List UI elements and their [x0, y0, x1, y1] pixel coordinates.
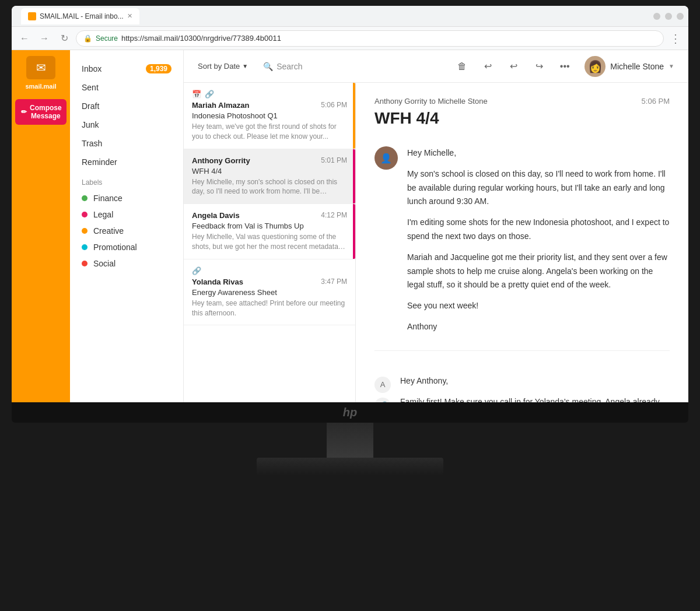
email-subject: Energy Awareness Sheet: [192, 288, 347, 297]
delete-button[interactable]: 🗑: [452, 56, 473, 77]
trash-label: Trash: [82, 139, 102, 148]
sent-label: Sent: [82, 83, 99, 92]
more-button[interactable]: •••: [554, 56, 575, 77]
email-item[interactable]: 🔗 Yolanda Rivas 3:47 PM Energy Awareness…: [184, 259, 355, 326]
toolbar-actions: 🗑 ↩ ↩ ↪ •••: [452, 54, 679, 79]
email-preview: Hey team, see attached! Print before our…: [192, 299, 347, 318]
reply-all-button[interactable]: ↩: [503, 56, 524, 77]
user-profile[interactable]: 👩 Michelle Stone ▼: [580, 54, 679, 79]
nav-item-junk[interactable]: Junk: [70, 115, 183, 134]
browser-toolbar: ← → ↻ 🔒 Secure https://smail.mail/10300/…: [12, 27, 688, 50]
user-avatar: 👩: [584, 56, 606, 77]
reminder-label: Reminder: [82, 157, 117, 167]
email-subject: Feedback from Val is Thumbs Up: [192, 222, 347, 230]
finance-dot: [82, 195, 88, 201]
nav-item-inbox[interactable]: Inbox 1,939: [70, 59, 183, 78]
body-para-3: Mariah and Jacqueline got me their prior…: [407, 251, 670, 292]
compose-icon: ✏: [21, 108, 27, 116]
search-area[interactable]: 🔍 Search: [258, 58, 307, 75]
email-item[interactable]: Anthony Gorrity 5:01 PM WFH 4/4 Hey Mich…: [184, 149, 355, 205]
email-preview: Hey Michelle, Val was questioning some o…: [192, 232, 347, 252]
email-header: Anthony Gorrity 5:01 PM: [192, 156, 347, 165]
email-time: 3:47 PM: [321, 278, 347, 286]
user-dropdown-icon: ▼: [668, 63, 674, 69]
compose-button[interactable]: ✏ Compose Message: [15, 99, 66, 125]
reply-user-icon: A: [374, 377, 391, 393]
email-item[interactable]: 📅 🔗 Mariah Almazan 5:06 PM Indonesia Pho…: [184, 83, 355, 149]
email-time: 5:06 PM: [321, 101, 347, 109]
brand-name: smail.mail: [25, 83, 56, 90]
minimize-button[interactable]: [653, 13, 660, 20]
email-detail-header: Anthony Gorrity to Michelle Stone 5:06 P…: [374, 97, 670, 106]
email-detail-from: Anthony Gorrity to Michelle Stone: [374, 97, 488, 106]
email-header: Yolanda Rivas 3:47 PM: [192, 278, 347, 286]
monitor-stand-neck: [327, 423, 373, 458]
browser-titlebar: SMAIL.MAIL - Email inbo... ✕: [12, 6, 688, 27]
tab-close-button[interactable]: ✕: [127, 12, 132, 20]
sort-button[interactable]: Sort by Date ▼: [193, 58, 253, 74]
reply-body: Hey Anthony, Family first! Make sure you…: [400, 374, 670, 402]
email-item[interactable]: Angela Davis 4:12 PM Feedback from Val i…: [184, 204, 355, 259]
email-detail-time: 5:06 PM: [642, 97, 670, 106]
window-controls: [653, 13, 684, 20]
browser-menu-button[interactable]: ⋮: [667, 30, 684, 47]
envelope-icon: ✉: [36, 61, 46, 75]
body-para-2: I'm editing some shots for the new Indon…: [407, 216, 670, 244]
draft-label: Draft: [82, 101, 99, 111]
label-finance[interactable]: Finance: [70, 190, 183, 206]
social-label: Social: [93, 259, 116, 268]
labels-section-title: Labels: [70, 171, 183, 190]
address-bar[interactable]: 🔒 Secure https://smail.mail/10300/nrgdri…: [76, 30, 664, 47]
refresh-button[interactable]: ↻: [56, 30, 72, 47]
email-preview: Hey Michelle, my son's school is closed …: [192, 177, 347, 197]
forward-button[interactable]: ↪: [528, 56, 550, 77]
user-name: Michelle Stone: [610, 62, 664, 71]
back-button[interactable]: ←: [16, 30, 33, 47]
junk-label: Junk: [82, 120, 99, 129]
nav-item-trash[interactable]: Trash: [70, 134, 183, 153]
nav-item-draft[interactable]: Draft: [70, 97, 183, 115]
email-sender: Yolanda Rivas: [192, 278, 243, 286]
email-time: 4:12 PM: [321, 211, 347, 219]
browser-tab[interactable]: SMAIL.MAIL - Email inbo... ✕: [21, 8, 139, 24]
sender-avatar-icon: 👤: [380, 153, 392, 164]
tab-favicon: [28, 12, 36, 20]
label-legal[interactable]: Legal: [70, 206, 183, 223]
app-toolbar: Sort by Date ▼ 🔍 Search 🗑 ↩: [184, 50, 688, 83]
email-priority-strip: [353, 83, 355, 149]
label-creative[interactable]: Creative: [70, 223, 183, 239]
sender-avatar: 👤: [374, 146, 398, 170]
calendar-icon: 📅: [192, 90, 201, 99]
tab-title: SMAIL.MAIL - Email inbo...: [40, 12, 124, 20]
finance-label: Finance: [93, 194, 123, 203]
sort-label: Sort by Date: [198, 62, 240, 71]
email-subject: Indonesia Photoshoot Q1: [192, 111, 347, 120]
label-promotional[interactable]: Promotional: [70, 239, 183, 255]
nav-item-reminder[interactable]: Reminder: [70, 153, 183, 171]
email-preview: Hey team, we've got the first round of s…: [192, 122, 347, 142]
search-icon: 🔍: [263, 62, 273, 71]
monitor-bezel: hp: [12, 402, 688, 423]
close-button[interactable]: [677, 13, 684, 20]
reply-button[interactable]: ↩: [477, 56, 498, 77]
reply-all-icon: ↩: [510, 61, 517, 72]
email-list-panel: 📅 🔗 Mariah Almazan 5:06 PM Indonesia Pho…: [184, 83, 356, 402]
forward-icon: ↪: [536, 61, 543, 72]
email-subject: WFH 4/4: [192, 167, 347, 175]
forward-button[interactable]: →: [36, 30, 52, 47]
compose-label: Compose Message: [30, 104, 62, 120]
maximize-button[interactable]: [665, 13, 672, 20]
legal-dot: [82, 212, 88, 217]
monitor-stand-base: [257, 458, 443, 475]
email-body-block: 👤 Hey Michelle, My son's school is close…: [374, 137, 670, 351]
label-social[interactable]: Social: [70, 255, 183, 272]
email-item-icons: 📅 🔗: [192, 90, 347, 99]
search-label: Search: [276, 62, 302, 71]
email-item-icons: 🔗: [192, 266, 347, 275]
nav-item-sent[interactable]: Sent: [70, 78, 183, 97]
creative-dot: [82, 228, 88, 234]
body-sign-off: See you next week!: [407, 299, 670, 313]
inbox-badge: 1,939: [146, 64, 172, 73]
secure-label: Secure: [96, 34, 118, 43]
reply-para-1: Family first! Make sure you call in for …: [400, 395, 670, 402]
